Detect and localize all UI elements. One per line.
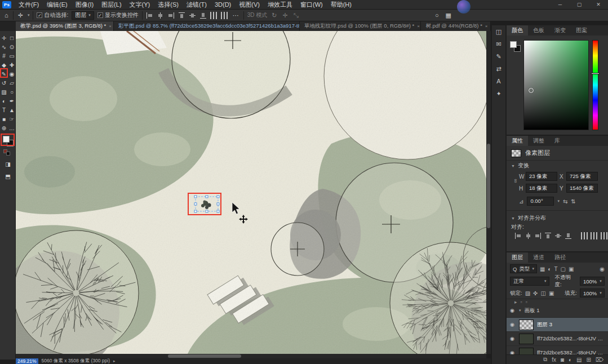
menu-file[interactable]: 文件(F): [15, 0, 43, 10]
opacity-field[interactable]: 100% ▾: [580, 277, 605, 286]
scrollbar-thumb[interactable]: [487, 144, 490, 228]
layer-style-icon[interactable]: fx: [552, 357, 556, 363]
learn-icon[interactable]: ✦: [492, 87, 505, 100]
3d-dolly-icon[interactable]: ⤡: [292, 12, 300, 19]
path-select-tool[interactable]: ▲: [8, 105, 16, 114]
quick-mask-icon[interactable]: ◨: [4, 159, 12, 168]
layer-thumbnail[interactable]: [519, 319, 534, 330]
move-tool-preset-icon[interactable]: ✛: [17, 12, 24, 19]
layer-thumbnail[interactable]: [519, 334, 534, 344]
layer-row[interactable]: ◉ ff72d2bce5382...-t8oHJV 拷贝 7: [507, 332, 608, 346]
link-layers-icon[interactable]: ⧉: [543, 356, 547, 363]
3d-pan-icon[interactable]: ✛: [281, 12, 289, 19]
comments-icon[interactable]: ✉: [492, 38, 505, 50]
filter-shape-icon[interactable]: ▢: [561, 266, 566, 272]
menu-filter[interactable]: 滤镜(T): [183, 0, 211, 10]
chevron-right-icon[interactable]: ▸: [113, 359, 116, 363]
tab-paths[interactable]: 路径: [549, 252, 571, 263]
color-swatch-widget[interactable]: [3, 136, 14, 147]
close-button[interactable]: ✕: [589, 0, 608, 10]
tab-patterns[interactable]: 图案: [571, 25, 592, 35]
adjustment-layer-icon[interactable]: ◐: [569, 357, 572, 363]
blur-tool[interactable]: ○: [8, 87, 16, 96]
layer-filter-dropdown[interactable]: Q 类型 ▾: [510, 264, 537, 273]
foreground-color-swatch[interactable]: [510, 41, 517, 48]
close-tab-icon[interactable]: ×: [109, 24, 112, 29]
creative-cloud-badge-icon[interactable]: [457, 0, 471, 14]
menu-edit[interactable]: 编辑(E): [43, 0, 72, 10]
filter-type-icon[interactable]: T: [554, 266, 557, 272]
align-bottom-icon[interactable]: [199, 12, 207, 19]
eyedropper-tool[interactable]: ◆: [0, 60, 8, 69]
menu-type[interactable]: 文字(Y): [126, 0, 154, 10]
close-tab-icon[interactable]: ×: [417, 24, 420, 29]
menu-view[interactable]: 视图(V): [235, 0, 264, 10]
shape-tool[interactable]: ■: [0, 114, 8, 123]
close-tab-icon[interactable]: ×: [485, 24, 488, 29]
document-canvas[interactable]: [16, 31, 491, 354]
menu-window[interactable]: 窗口(W): [296, 0, 327, 10]
filter-adjustment-icon[interactable]: ◐: [548, 266, 551, 272]
frame-tool[interactable]: ▭: [8, 51, 16, 60]
menu-select[interactable]: 选择(S): [154, 0, 183, 10]
lock-pixels-icon[interactable]: ✜: [533, 290, 538, 296]
distribute-v-icon[interactable]: [221, 12, 228, 19]
chevron-down-icon[interactable]: ▾: [519, 308, 521, 313]
gradient-tool[interactable]: ▨: [0, 87, 8, 96]
rotation-field[interactable]: 0.00°: [527, 197, 554, 206]
more-options-icon[interactable]: ⋯: [232, 12, 240, 19]
visibility-eye-icon[interactable]: ◉: [509, 322, 516, 327]
tab-layers[interactable]: 图层: [507, 252, 528, 263]
align-hcenter-icon[interactable]: [157, 12, 164, 19]
home-icon[interactable]: ⌂: [3, 12, 10, 19]
healing-brush-tool[interactable]: ✚: [8, 60, 16, 69]
exchange-icon[interactable]: ⇄: [492, 63, 505, 75]
doc-tab-caipingtu[interactable]: 彩平图.psd @ 85.7% (ff72d2bce53829e3facc6dc…: [114, 21, 300, 31]
align-vcenter-icon[interactable]: [189, 12, 196, 19]
color-cursor-icon[interactable]: [529, 88, 534, 93]
marquee-tool[interactable]: □: [8, 33, 16, 42]
menu-image[interactable]: 图像(I): [72, 0, 97, 10]
default-swatches-widget[interactable]: [3, 149, 11, 156]
brush-tool[interactable]: ✎: [0, 69, 8, 78]
lock-position-icon[interactable]: ◫: [540, 290, 545, 296]
filter-smart-icon[interactable]: ▣: [569, 266, 574, 272]
panel-fg-bg-swatches[interactable]: [510, 41, 521, 52]
clone-stamp-tool[interactable]: ◉: [8, 69, 16, 78]
artboard-row[interactable]: ◉ ▾ 画板 1: [507, 304, 608, 318]
align-hcenter-icon[interactable]: [525, 232, 532, 239]
menu-plugins[interactable]: 增效工具: [264, 0, 296, 10]
brushes-icon[interactable]: ✎: [492, 50, 505, 63]
distribute-h-icon[interactable]: [581, 232, 588, 239]
x-field[interactable]: 725 像素: [566, 172, 598, 181]
screen-mode-icon[interactable]: ⬒: [4, 172, 12, 181]
align-left-icon[interactable]: [514, 232, 522, 239]
visibility-eye-icon[interactable]: ◉: [509, 336, 516, 341]
lock-transparency-icon[interactable]: ▨: [525, 290, 530, 296]
saturation-brightness-field[interactable]: [523, 40, 589, 130]
vertical-scrollbar[interactable]: [486, 31, 491, 354]
flip-vertical-icon[interactable]: ⇅: [571, 198, 575, 205]
show-transform-checkbox[interactable]: ✓ 显示变换控件: [97, 11, 139, 19]
layer-row-selected[interactable]: ◉ 图层 3: [507, 318, 608, 332]
zoom-tool[interactable]: ⊕: [0, 123, 8, 132]
align-top-icon[interactable]: [544, 232, 552, 239]
group-layers-icon[interactable]: ▤: [576, 357, 582, 363]
menu-help[interactable]: 帮助(H): [327, 0, 356, 10]
hue-slider[interactable]: [592, 40, 598, 130]
flip-horizontal-icon[interactable]: ⇆: [563, 198, 567, 205]
tab-color[interactable]: 颜色: [507, 25, 528, 35]
distribute-v-icon[interactable]: [591, 232, 598, 239]
filter-pixel-icon[interactable]: ▦: [540, 266, 545, 272]
align-section-header[interactable]: ▼ 对齐并分布: [507, 213, 608, 223]
blend-mode-dropdown[interactable]: 正常 ▾: [510, 277, 549, 286]
minimize-button[interactable]: ─: [551, 0, 570, 10]
hue-slider-marker[interactable]: [591, 73, 600, 74]
menu-3d[interactable]: 3D(D): [211, 0, 235, 10]
align-bottom-icon[interactable]: [565, 232, 572, 239]
hand-tool[interactable]: ☞: [8, 114, 16, 123]
lasso-tool[interactable]: ∿: [0, 42, 8, 51]
tab-properties[interactable]: 属性: [507, 136, 528, 146]
tab-channels[interactable]: 通道: [528, 252, 549, 263]
tab-libraries[interactable]: 库: [549, 136, 565, 146]
